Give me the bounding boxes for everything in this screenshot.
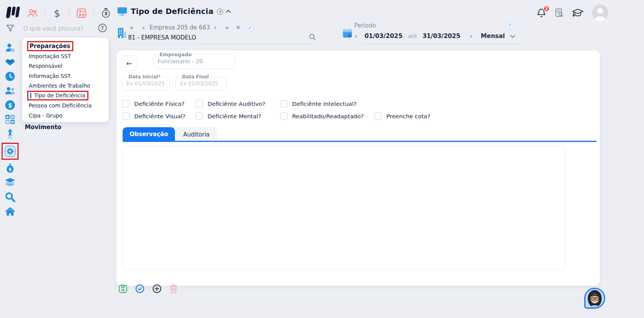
confirm-button[interactable] xyxy=(135,284,145,294)
page-header: Tipo de Deficiência i xyxy=(117,7,230,16)
empregado-field[interactable]: Empregado Funcionario - 20 xyxy=(153,52,235,69)
filter-funnel-icon[interactable] xyxy=(6,24,15,34)
dollar-circle-icon[interactable]: $ xyxy=(4,99,16,111)
period-navigator: ‹ 01/03/2025 até 31/03/2025 › Mensal xyxy=(355,32,514,40)
company-name-input[interactable]: 81 - EMPRESA MODELO xyxy=(128,34,196,41)
menu-section-preparacoes[interactable]: Preparações xyxy=(29,43,70,50)
money-bag-icon[interactable]: $ xyxy=(4,162,16,174)
assistant-avatar[interactable] xyxy=(584,288,605,309)
checkbox-preenche-cota: Preenche cota? xyxy=(374,112,430,120)
menu-item-responsavel[interactable]: Responsável xyxy=(27,61,105,71)
company-position-label: Empresa 205 de 663 xyxy=(149,24,210,31)
checkbox[interactable] xyxy=(122,112,130,120)
annotation-box: Tipo de Deficiência xyxy=(27,91,88,100)
document-search-icon[interactable] xyxy=(554,8,564,18)
nav-first-button[interactable]: « xyxy=(130,23,133,32)
user-settings-icon[interactable] xyxy=(4,42,16,54)
checkbox[interactable] xyxy=(196,112,203,120)
nav-last-button[interactable]: » xyxy=(225,23,229,32)
action-bar xyxy=(118,284,178,294)
help-icon[interactable]: ? xyxy=(98,24,107,32)
topright-actions: 2 xyxy=(536,4,609,21)
active-item-indicator xyxy=(30,93,31,99)
svg-text:$: $ xyxy=(8,102,12,109)
user-avatar[interactable] xyxy=(592,4,609,21)
save-button[interactable] xyxy=(118,284,128,294)
handshake-icon[interactable] xyxy=(4,56,16,68)
collapse-chevron-up-icon[interactable] xyxy=(226,10,231,15)
info-icon[interactable]: i xyxy=(217,9,223,15)
dollar-module-icon[interactable]: $ xyxy=(51,7,63,20)
users-icon[interactable] xyxy=(4,85,16,97)
logo-bars-icon xyxy=(5,6,20,19)
checkbox[interactable] xyxy=(374,112,382,120)
observation-textarea[interactable] xyxy=(122,146,566,270)
home-icon[interactable] xyxy=(4,206,16,217)
menu-item-ambientes-de-trabalho[interactable]: Ambientes de Trabalho xyxy=(27,81,105,91)
period-checkbox[interactable]: ✓ xyxy=(507,21,514,28)
back-button[interactable]: ← xyxy=(121,55,137,71)
checkbox[interactable] xyxy=(122,100,130,107)
divider xyxy=(44,7,46,19)
svg-text:$: $ xyxy=(9,167,12,172)
checkbox[interactable] xyxy=(280,100,287,107)
checkbox-deficiente-visual: Deficiênte Visual? xyxy=(122,112,185,120)
checkbox[interactable] xyxy=(280,112,287,120)
nav-prev-button[interactable]: ‹ xyxy=(142,23,145,32)
nav-next-button[interactable]: › xyxy=(214,23,216,32)
layers-icon[interactable] xyxy=(4,177,16,188)
clock-icon[interactable] xyxy=(4,71,16,82)
menu-item-tipo-de-deficiencia[interactable]: Tipo de Deficiência xyxy=(27,91,105,101)
menu-panel: Preparações Importação SST Responsável I… xyxy=(22,38,109,122)
search-icon[interactable] xyxy=(4,191,16,203)
growth-arrow-icon[interactable] xyxy=(4,128,16,140)
page-title: Tipo de Deficiência xyxy=(131,7,213,16)
menu-section-movimento[interactable]: Movimento xyxy=(25,124,61,131)
delete-button[interactable] xyxy=(169,284,178,294)
data-inicial-field[interactable]: Data Inicial* Ex 01/03/2025 xyxy=(122,74,170,91)
checkbox-deficiente-fisico: Deficiênte Físico? xyxy=(122,100,185,107)
tab-observacao[interactable]: Observação xyxy=(123,127,175,141)
tab-underline xyxy=(123,141,597,142)
calculator-module-icon[interactable] xyxy=(75,7,88,20)
menu-item-informacao-sst[interactable]: Informação SST xyxy=(27,71,105,81)
checkbox[interactable] xyxy=(196,100,203,107)
period-end-date[interactable]: 31/03/2025 xyxy=(422,33,460,40)
checkbox-deficiente-mental: Deficiênte Mental? xyxy=(196,112,261,120)
menu-item-cipa-grupo[interactable]: Cipa - Grupo xyxy=(27,111,105,121)
checkbox-deficiente-intelectual: Deficiênte Intelectual? xyxy=(280,100,357,107)
people-module-icon[interactable] xyxy=(26,7,39,20)
divider xyxy=(128,44,317,44)
company-filter-checkbox[interactable]: ✓ xyxy=(246,24,254,31)
period-prev-button[interactable]: ‹ xyxy=(355,32,357,40)
data-inicial-placeholder: Ex 01/03/2025 xyxy=(126,80,165,86)
period-label: Período xyxy=(354,22,376,29)
main-form-card: ← Empregado Funcionario - 20 Data Inicia… xyxy=(116,50,600,286)
data-final-field[interactable]: Data Final Ex 01/03/2025 xyxy=(175,74,227,91)
company-navigator: « ‹ Empresa 205 de 663 › » ✕ ✓ xyxy=(130,23,254,32)
period-start-date[interactable]: 01/03/2025 xyxy=(365,33,403,40)
add-button[interactable] xyxy=(152,284,162,294)
notification-badge: 2 xyxy=(543,5,550,12)
annotation-box: Preparações xyxy=(27,41,73,51)
notifications-bell-icon[interactable]: 2 xyxy=(536,7,547,19)
calendar-icon xyxy=(342,28,353,40)
calculator-icon[interactable] xyxy=(4,114,16,125)
company-search-icon[interactable] xyxy=(309,33,316,42)
data-final-placeholder: Ex 01/03/2025 xyxy=(180,80,218,86)
divider xyxy=(363,44,522,44)
app-window: $ O que você procura? ? xyxy=(0,0,644,318)
menu-item-importacao-sst[interactable]: Importação SST xyxy=(27,51,105,61)
nav-close-button[interactable]: ✕ xyxy=(235,23,241,32)
search-input[interactable]: O que você procura? xyxy=(23,25,95,32)
menu-item-pessoa-com-deficiencia[interactable]: Pessoa com Deficiência xyxy=(27,101,105,111)
tab-auditoria[interactable]: Auditoria xyxy=(176,127,217,141)
checkbox-deficiente-auditivo: Deficiênte Auditivo? xyxy=(196,100,265,107)
learning-graduation-cap-icon[interactable] xyxy=(572,7,584,18)
app-logo[interactable] xyxy=(5,6,20,21)
period-next-button[interactable]: › xyxy=(470,32,473,40)
money-bag-module-icon[interactable] xyxy=(100,7,112,20)
data-inicial-label: Data Inicial* xyxy=(126,74,163,80)
settings-gear-icon[interactable] xyxy=(4,145,16,157)
period-mode-select[interactable]: Mensal xyxy=(481,33,505,40)
